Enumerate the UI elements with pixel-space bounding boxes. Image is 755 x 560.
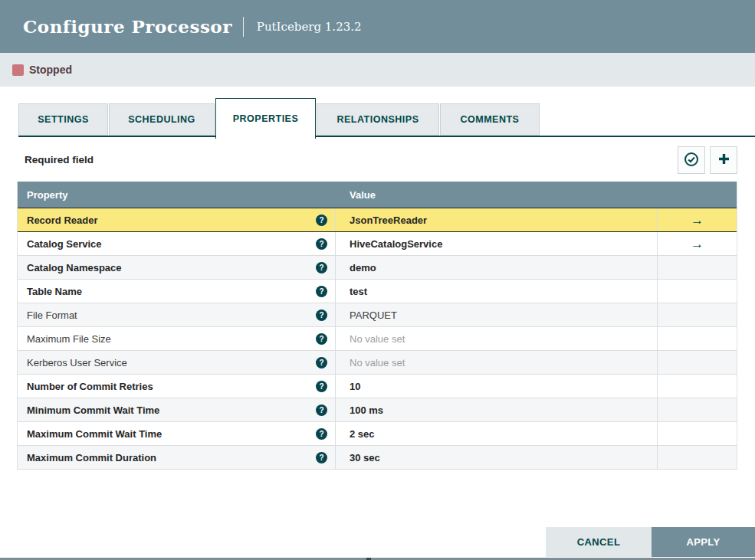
go-to-service-icon[interactable]: → (691, 237, 704, 251)
property-value: No value set (350, 333, 405, 345)
table-row[interactable]: Number of Commit Retries ? 10 (18, 375, 737, 398)
property-value-cell[interactable]: test (336, 280, 658, 303)
tab-properties[interactable]: PROPERTIES (215, 98, 316, 139)
help-icon[interactable]: ? (316, 309, 327, 321)
property-value: demo (350, 262, 376, 273)
verify-properties-button[interactable] (678, 146, 705, 174)
property-value: PARQUET (350, 309, 397, 321)
dialog-title: Configure Processor (23, 16, 232, 37)
tab-comments[interactable]: COMMENTS (440, 103, 540, 136)
help-icon[interactable]: ? (316, 238, 327, 250)
property-value: HiveCatalogService (350, 238, 442, 250)
property-value-cell[interactable]: 2 sec (336, 422, 658, 445)
property-name: Number of Commit Retries (27, 381, 153, 392)
tab-settings-label: SETTINGS (38, 114, 89, 125)
check-circle-icon (684, 152, 699, 169)
property-value: 2 sec (350, 428, 375, 440)
processor-type-version: PutIceberg 1.23.2 (257, 20, 362, 34)
help-icon[interactable]: ? (316, 286, 327, 297)
property-value-cell[interactable]: HiveCatalogService (336, 232, 658, 255)
help-icon[interactable]: ? (316, 452, 327, 463)
go-to-service-icon[interactable]: → (691, 214, 704, 227)
tab-scheduling-label: SCHEDULING (128, 114, 195, 125)
cancel-button[interactable]: CANCEL (546, 527, 652, 557)
tab-underline (18, 136, 755, 137)
table-row[interactable]: Maximum File Size ? No value set (18, 327, 737, 351)
property-name: Table Name (27, 286, 82, 297)
column-header-value: Value (336, 189, 658, 201)
property-value-cell[interactable]: JsonTreeReader (336, 208, 658, 231)
table-row[interactable]: Table Name ? test (18, 280, 737, 303)
property-value: test (350, 286, 367, 297)
stopped-indicator-icon (12, 64, 24, 76)
required-field-label: Required field (25, 154, 94, 165)
property-value: 10 (350, 381, 360, 392)
help-icon[interactable]: ? (316, 404, 327, 416)
help-icon[interactable]: ? (316, 381, 327, 392)
tab-scheduling[interactable]: SCHEDULING (109, 103, 215, 136)
tab-properties-label: PROPERTIES (233, 113, 299, 124)
property-name: Maximum Commit Wait Time (27, 428, 162, 440)
table-row[interactable]: Record Reader ? JsonTreeReader → (18, 208, 737, 232)
help-icon[interactable]: ? (316, 262, 327, 273)
tab-settings[interactable]: SETTINGS (18, 103, 108, 136)
tab-comments-label: COMMENTS (461, 114, 520, 125)
add-property-button[interactable] (710, 146, 737, 174)
table-row[interactable]: Kerberos User Service ? No value set (18, 351, 737, 375)
property-value-cell[interactable]: No value set (336, 327, 658, 350)
property-name: Catalog Service (27, 238, 102, 250)
table-header: Property Value (18, 182, 737, 208)
property-name: Minimum Commit Wait Time (27, 404, 159, 416)
property-name: Kerberos User Service (27, 357, 127, 368)
property-name: Record Reader (27, 215, 97, 226)
property-value: 30 sec (350, 452, 380, 463)
table-row[interactable]: Catalog Service ? HiveCatalogService → (18, 232, 737, 256)
property-value: No value set (350, 357, 405, 368)
tab-relationships[interactable]: RELATIONSHIPS (317, 103, 439, 136)
properties-table: Property Value Record Reader ? JsonTreeR… (17, 182, 737, 470)
column-header-property: Property (18, 189, 336, 201)
table-row[interactable]: Catalog Namespace ? demo (18, 256, 737, 280)
help-icon[interactable]: ? (316, 357, 327, 368)
property-name: File Format (27, 309, 77, 321)
status-bar: Stopped (0, 53, 755, 87)
title-divider (243, 17, 244, 37)
property-value: JsonTreeReader (350, 215, 427, 226)
help-icon[interactable]: ? (316, 215, 327, 226)
help-icon[interactable]: ? (316, 428, 327, 440)
property-name: Maximum File Size (27, 333, 111, 345)
apply-button[interactable]: APPLY (652, 527, 755, 557)
help-icon[interactable]: ? (316, 333, 327, 345)
property-value-cell[interactable]: demo (336, 256, 658, 279)
table-row[interactable]: Minimum Commit Wait Time ? 100 ms (18, 398, 737, 422)
property-value-cell[interactable]: 100 ms (336, 398, 658, 421)
property-name: Maximum Commit Duration (27, 452, 156, 463)
table-row[interactable]: Maximum Commit Wait Time ? 2 sec (18, 422, 737, 446)
plus-icon (717, 152, 731, 169)
property-value: 100 ms (350, 404, 383, 416)
tab-relationships-label: RELATIONSHIPS (337, 114, 419, 125)
table-row[interactable]: Maximum Commit Duration ? 30 sec (18, 446, 737, 470)
property-value-cell[interactable]: PARQUET (336, 303, 658, 326)
property-value-cell[interactable]: No value set (336, 351, 658, 374)
property-value-cell[interactable]: 10 (336, 375, 658, 398)
configure-processor-dialog: Configure Processor PutIceberg 1.23.2 St… (0, 0, 755, 560)
status-label: Stopped (29, 64, 72, 76)
dialog-header: Configure Processor PutIceberg 1.23.2 (0, 0, 755, 53)
property-value-cell[interactable]: 30 sec (336, 446, 658, 469)
table-row[interactable]: File Format ? PARQUET (18, 303, 737, 327)
property-name: Catalog Namespace (27, 262, 122, 273)
